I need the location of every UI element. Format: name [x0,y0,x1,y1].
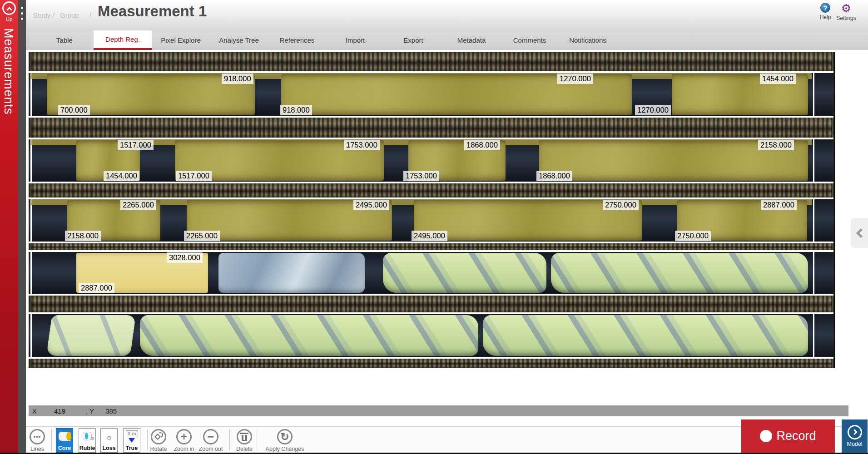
settings-button[interactable]: ⚙ Settings [836,3,857,21]
depth-label[interactable]: 1454.000 [760,74,796,84]
gear-icon: ⚙ [106,434,112,441]
depth-label[interactable]: 1868.000 [536,171,572,181]
depth-label[interactable]: 1868.000 [464,140,500,150]
core-row-band [29,250,833,296]
row-boundary-line [30,73,32,116]
apply-changes-label: Apply Changes [262,446,308,452]
tab-notifications[interactable]: Notifications [559,30,617,50]
apply-changes-button[interactable]: ↻ Apply Changes [262,429,308,452]
breadcrumb-study[interactable]: Study / [33,11,55,19]
core-toggle-button[interactable]: Core [56,428,73,453]
depth-label[interactable]: 700.000 [58,105,90,115]
cursor-y-label: , Y [86,407,94,415]
core-cylinder-icon [59,432,70,441]
toolbar-separator [51,429,52,451]
collapse-panel-button[interactable] [851,218,868,248]
cursor-x-label: X [32,407,37,415]
core-row-band [29,71,833,118]
tab-comments[interactable]: Comments [501,30,559,50]
tab-export[interactable]: Export [384,30,442,50]
kebab-menu-icon[interactable] [18,0,26,20]
depth-label[interactable]: 2887.000 [761,200,797,210]
tab-pixel-explore[interactable]: Pixel Explore [152,30,210,50]
page-title: Measurement 1 [98,3,207,20]
zoom-out-button[interactable]: − Zoom out [195,429,227,452]
tab-references[interactable]: References [268,30,326,50]
tab-analyse-tree[interactable]: Analyse Tree [210,30,268,50]
lines-button[interactable]: ••• Lines [21,429,53,452]
tab-table[interactable]: Table [35,30,94,50]
tab-metadata[interactable]: Metadata [442,30,501,50]
loss-label: Loss [101,445,117,451]
core-segment [46,315,136,356]
tray-divider [31,359,832,368]
depth-label[interactable]: 2495.000 [353,200,389,210]
depth-label[interactable]: 2887.000 [79,283,114,293]
delete-label: Delete [228,446,260,452]
gear-icon: ⚙ [90,436,94,442]
breadcrumb-group[interactable]: Group [60,11,79,19]
up-button[interactable]: Up [1,1,17,22]
loss-toggle-button[interactable]: ⚙ Loss [100,428,118,453]
depth-label[interactable]: 918.000 [222,74,253,84]
true-label: True [124,445,140,451]
depth-label[interactable]: 2265.000 [120,200,156,210]
true-marker-icon: X m [126,430,138,437]
toolbar-separator [257,429,257,451]
row-boundary-line [30,314,32,357]
left-sidebar: Up Measurements [0,0,18,454]
up-chevron-icon [2,1,16,15]
depth-label[interactable]: 2158.000 [65,231,101,241]
core-photo-canvas[interactable]: 918.0001270.0001454.000700.000918.000127… [29,52,835,368]
zoom-in-icon: + [176,429,192,444]
row-boundary-line [813,139,814,182]
up-button-label: Up [1,16,17,22]
model-chevron-icon [848,425,862,439]
tab-import[interactable]: Import [326,30,384,50]
depth-label[interactable]: 1270.000 [557,74,593,84]
record-dot-icon [760,430,772,442]
lines-icon: ••• [30,429,45,444]
depth-label[interactable]: 1517.000 [176,171,212,181]
app-window: Up Measurements Study / Group / Measurem… [0,0,868,454]
depth-label[interactable]: 1270.000 [635,105,671,115]
core-segment [218,253,365,293]
help-label: Help [815,14,836,20]
ruble-toggle-button[interactable]: ⚙ Ruble [79,428,96,453]
record-label: Record [776,429,816,443]
depth-label[interactable]: 2750.000 [603,200,639,210]
row-boundary-line [813,199,814,242]
zoom-out-label: Zoom out [195,446,227,452]
row-boundary-line [813,314,814,357]
settings-label: Settings [836,15,857,21]
core-row-band [29,312,833,359]
ruble-label: Ruble [79,445,95,451]
delete-button[interactable]: Delete [228,429,260,452]
depth-label[interactable]: 1753.000 [403,171,439,181]
row-boundary-line [30,139,32,182]
rotate-icon [151,429,166,444]
record-button[interactable]: Record [741,419,835,453]
depth-label[interactable]: 3028.000 [167,252,203,263]
depth-label[interactable]: 1753.000 [344,140,380,150]
help-button[interactable]: ? Help [815,3,836,20]
kebab-strip [18,0,26,454]
depth-label[interactable]: 918.000 [280,105,312,115]
depth-label[interactable]: 1517.000 [118,140,154,150]
apply-refresh-icon: ↻ [277,429,293,444]
tray-divider [31,52,832,71]
true-arrow-icon [129,438,135,443]
lines-label: Lines [21,446,53,452]
depth-label[interactable]: 2265.000 [184,231,220,241]
depth-label[interactable]: 1454.000 [104,171,139,181]
tray-divider [31,296,832,312]
status-bar: X 419 , Y 385 [29,405,848,416]
row-boundary-line [30,252,32,294]
tab-depth-reg[interactable]: Depth Reg. [94,30,152,50]
depth-label[interactable]: 2750.000 [675,231,711,241]
depth-label[interactable]: 2158.000 [758,140,794,150]
true-toggle-button[interactable]: X m True [123,428,140,453]
row-boundary-line [30,199,32,242]
depth-label[interactable]: 2495.000 [412,231,447,241]
model-button[interactable]: Model [842,419,868,453]
